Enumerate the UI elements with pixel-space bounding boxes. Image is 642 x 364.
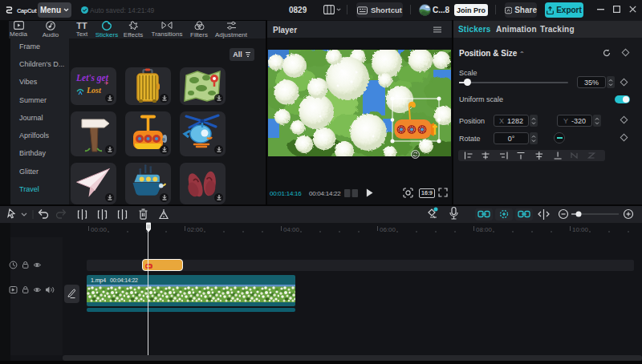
svg-text:Lost: Lost xyxy=(86,86,102,95)
svg-text:✈: ✈ xyxy=(104,80,109,86)
